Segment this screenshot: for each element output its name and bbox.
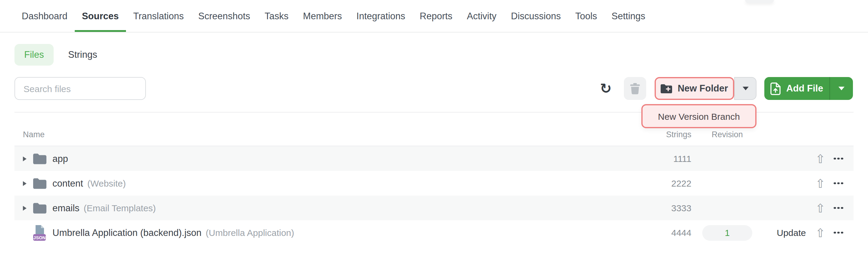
page: Dashboard Sources Translations Screensho… [0,0,868,257]
folder-plus-icon [661,84,672,93]
nav-item-activity[interactable]: Activity [460,0,504,32]
cutoff-toast-remnant [745,0,774,3]
item-name: emails [53,203,80,213]
nav-item-screenshots[interactable]: Screenshots [191,0,257,32]
add-file-button[interactable]: Add File [764,77,853,100]
dots-icon [834,158,836,160]
item-note: (Website) [87,178,126,188]
name-cell: JSON Umbrella Application (backend).json… [14,220,600,245]
upload-icon: ⇧ [815,176,826,190]
files-table: Name Strings Revision app 1111 ⇧ [14,123,854,245]
nav-item-tools[interactable]: Tools [568,0,604,32]
upload-icon: ⇧ [815,225,826,240]
table-row-app[interactable]: app 1111 ⇧ [14,146,854,171]
upload-icon: ⇧ [815,201,826,215]
json-file-icon: JSON [33,225,46,241]
tab-strings[interactable]: Strings [68,44,97,66]
strings-count: 1111 [643,146,691,171]
row-menu-button[interactable] [830,220,847,245]
refresh-icon: ↻ [600,81,612,96]
expand-chevron-icon[interactable] [23,181,27,186]
json-badge-label: JSON [33,235,46,240]
nav-item-members[interactable]: Members [296,0,349,32]
strings-count: 4444 [643,220,691,245]
file-add-icon [771,82,781,95]
name-cell: content (Website) [14,171,600,195]
new-folder-dropdown-toggle[interactable] [734,77,756,100]
refresh-button[interactable]: ↻ [595,78,617,99]
expand-chevron-icon[interactable] [23,206,27,210]
tab-files[interactable]: Files [14,44,54,66]
nav-item-discussions[interactable]: Discussions [504,0,568,32]
upload-icon: ⇧ [815,151,826,166]
table-row-content[interactable]: content (Website) 2222 ⇧ [14,171,854,195]
name-cell: emails (Email Templates) [14,195,600,220]
top-navigation: Dashboard Sources Translations Screensho… [0,0,868,33]
search-input[interactable] [14,77,146,100]
item-name: app [53,153,68,164]
nav-item-translations[interactable]: Translations [126,0,191,32]
row-menu-button[interactable] [830,171,847,195]
nav-item-sources[interactable]: Sources [75,0,126,32]
upload-translations-button[interactable]: ⇧ [813,171,828,195]
row-menu-button[interactable] [830,195,847,220]
item-note: (Email Templates) [84,203,156,213]
column-header-strings: Strings [643,130,691,139]
add-file-dropdown-toggle[interactable] [830,77,853,100]
row-menu-button[interactable] [830,146,847,171]
trash-icon [630,83,640,94]
item-name: Umbrella Application (backend).json [53,227,202,238]
folder-icon [33,203,46,213]
update-link[interactable]: Update [734,220,806,245]
nav-item-reports[interactable]: Reports [412,0,460,32]
table-row-umbrella-json[interactable]: JSON Umbrella Application (backend).json… [14,220,854,245]
item-note: (Umbrella Application) [206,227,294,238]
add-file-label: Add File [786,83,823,94]
chevron-down-icon [838,87,844,90]
table-row-emails[interactable]: emails (Email Templates) 3333 ⇧ [14,195,854,220]
strings-count: 3333 [643,195,691,220]
column-header-name: Name [23,130,44,139]
upload-translations-button[interactable]: ⇧ [813,220,828,245]
nav-item-settings[interactable]: Settings [604,0,652,32]
files-toolbar: ↻ New Folder [14,77,854,100]
chevron-down-icon [742,87,748,90]
expand-chevron-icon[interactable] [23,156,27,161]
nav-item-dashboard[interactable]: Dashboard [14,0,75,32]
new-folder-button[interactable]: New Folder [655,77,734,100]
folder-icon [33,153,46,164]
item-name: content [53,178,83,189]
view-tabs: Files Strings [14,44,97,66]
column-header-revision: Revision [702,130,752,139]
upload-translations-button[interactable]: ⇧ [813,195,828,220]
delete-button[interactable] [624,77,646,100]
new-folder-label: New Folder [678,83,728,94]
dots-icon [834,207,836,209]
menu-item-new-version-branch[interactable]: New Version Branch [641,104,756,128]
nav-item-integrations[interactable]: Integrations [349,0,412,32]
upload-translations-button[interactable]: ⇧ [813,146,828,171]
nav-item-tasks[interactable]: Tasks [257,0,296,32]
dots-icon [834,232,836,234]
strings-count: 2222 [643,171,691,195]
name-cell: app [14,146,600,171]
folder-icon [33,178,46,189]
dots-icon [834,182,836,184]
